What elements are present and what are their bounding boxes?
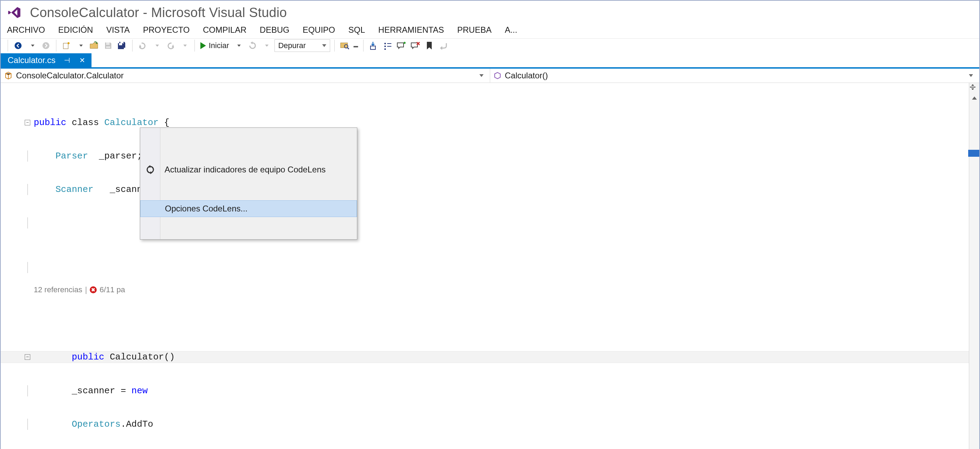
chevron-down-icon — [322, 44, 326, 47]
menu-equipo[interactable]: EQUIPO — [303, 25, 335, 35]
svg-rect-2 — [63, 43, 68, 49]
start-button[interactable]: Iniciar — [199, 40, 231, 51]
svg-rect-11 — [384, 43, 386, 44]
new-item-dropdown[interactable] — [75, 40, 86, 51]
menu-proyecto[interactable]: PROYECTO — [143, 25, 189, 35]
nav-forward-button[interactable] — [40, 40, 52, 51]
config-dropdown[interactable]: Depurar — [274, 39, 330, 52]
start-dropdown[interactable] — [233, 40, 245, 51]
svg-rect-7 — [340, 43, 348, 48]
menu-item-refresh-codelens[interactable]: Actualizar indicadores de equipo CodeLen… — [140, 161, 357, 178]
step-into-button[interactable] — [368, 40, 380, 51]
toolbar-separator — [194, 40, 195, 51]
toolbar-separator — [56, 40, 56, 51]
refresh-icon — [145, 165, 156, 175]
fold-toggle[interactable]: − — [25, 120, 30, 125]
small-dropdown[interactable]: ▬ — [353, 40, 359, 51]
svg-rect-10 — [371, 46, 375, 50]
member-name: Calculator() — [505, 71, 548, 80]
document-tab-calculator[interactable]: Calculator.cs ⊣ ✕ — [1, 53, 91, 67]
find-in-files-button[interactable] — [339, 40, 351, 51]
editor-area: − public class Calculator { Parser _pars… — [1, 83, 979, 449]
class-name: ConsoleCalculator.Calculator — [16, 71, 124, 80]
svg-rect-3 — [106, 43, 110, 45]
config-label: Depurar — [278, 41, 306, 50]
method-icon — [494, 72, 501, 80]
svg-rect-15 — [384, 48, 386, 50]
fold-toggle[interactable]: − — [25, 354, 30, 360]
toolbar-separator — [363, 40, 364, 51]
toolbar-separator — [132, 40, 132, 51]
svg-line-9 — [348, 48, 349, 49]
menu-sql[interactable]: SQL — [348, 25, 365, 35]
tab-label: Calculator.cs — [8, 55, 55, 65]
class-icon — [4, 72, 13, 80]
document-tabs: Calculator.cs ⊣ ✕ — [1, 53, 979, 69]
redo-dropdown[interactable] — [178, 40, 190, 51]
menu-bar: ARCHIVO EDICIÓN VISTA PROYECTO COMPILAR … — [1, 23, 979, 38]
overview-marker — [968, 150, 980, 157]
comment-add-button[interactable] — [396, 40, 407, 51]
svg-point-0 — [14, 42, 22, 49]
nav-back-dropdown[interactable] — [26, 40, 38, 51]
menu-debug[interactable]: DEBUG — [260, 25, 290, 35]
menu-gutter — [140, 128, 161, 239]
reply-arrow-icon[interactable] — [437, 40, 449, 51]
start-label: Iniciar — [209, 41, 229, 50]
toolbar: Iniciar Depurar ▬ — [1, 38, 979, 53]
menu-edicion[interactable]: EDICIÓN — [58, 25, 93, 35]
undo-button[interactable] — [137, 40, 148, 51]
menu-archivo[interactable]: ARCHIVO — [7, 25, 45, 35]
save-all-button[interactable] — [116, 40, 128, 51]
menu-overflow[interactable]: A... — [505, 25, 517, 35]
menu-item-codelens-options[interactable]: Opciones CodeLens... — [140, 200, 357, 217]
chevron-down-icon — [969, 74, 973, 77]
vertical-scrollbar[interactable] — [969, 83, 979, 449]
redo-button[interactable] — [165, 40, 177, 51]
toolbar-separator — [8, 40, 8, 51]
window-title: ConsoleCalculator - Microsoft Visual Stu… — [30, 5, 287, 20]
open-button[interactable] — [88, 40, 100, 51]
menu-herramientas[interactable]: HERRAMIENTAS — [378, 25, 444, 35]
navigation-bar: ConsoleCalculator.Calculator Calculator(… — [1, 69, 979, 83]
title-bar: ConsoleCalculator - Microsoft Visual Stu… — [1, 1, 979, 23]
svg-point-1 — [43, 42, 49, 49]
chevron-down-icon — [479, 74, 484, 77]
save-button[interactable] — [102, 40, 114, 51]
code-editor[interactable]: − public class Calculator { Parser _pars… — [1, 83, 969, 449]
split-view-icon[interactable] — [969, 84, 979, 91]
list-button-icon[interactable] — [382, 40, 393, 51]
bookmark-button[interactable] — [423, 40, 435, 51]
svg-rect-6 — [119, 43, 122, 45]
codelens-context-menu: Actualizar indicadores de equipo CodeLen… — [140, 128, 357, 240]
refresh-icon[interactable] — [247, 40, 258, 51]
menu-compilar[interactable]: COMPILAR — [203, 25, 246, 35]
error-icon: ✖ — [90, 286, 97, 293]
play-icon — [200, 42, 206, 49]
class-dropdown[interactable]: ConsoleCalculator.Calculator — [1, 69, 490, 83]
codelens-indicator[interactable]: 12 referencias |✖ 6/11 pa — [34, 284, 969, 296]
comment-remove-button[interactable] — [409, 40, 421, 51]
vs-logo-icon — [7, 4, 24, 21]
menu-vista[interactable]: VISTA — [106, 25, 130, 35]
undo-dropdown[interactable] — [151, 40, 162, 51]
scroll-up-arrow-icon[interactable] — [969, 95, 979, 102]
close-icon[interactable]: ✕ — [78, 56, 86, 64]
nav-back-button[interactable] — [12, 40, 24, 51]
svg-rect-13 — [384, 46, 386, 47]
pin-icon[interactable]: ⊣ — [63, 56, 71, 64]
toolbar-separator — [334, 40, 335, 51]
new-item-button[interactable] — [60, 40, 72, 51]
refresh-dropdown[interactable] — [261, 40, 272, 51]
svg-rect-4 — [106, 46, 110, 48]
member-dropdown[interactable]: Calculator() — [490, 69, 979, 83]
menu-prueba[interactable]: PRUEBA — [457, 25, 492, 35]
